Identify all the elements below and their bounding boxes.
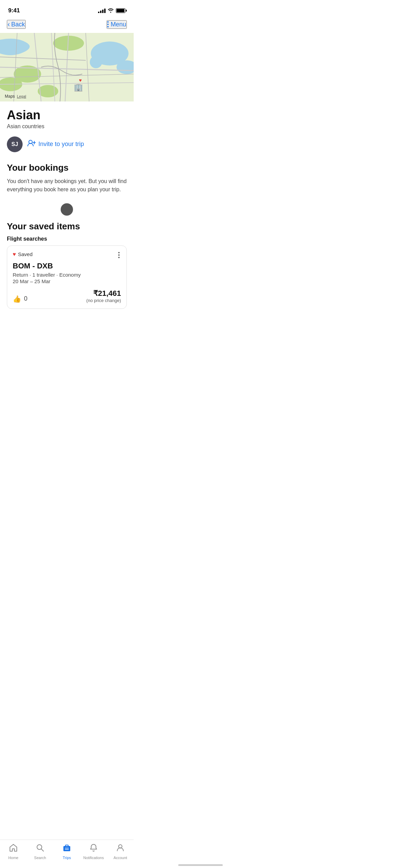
- bookings-section: Your bookings You don't have any booking…: [7, 162, 127, 194]
- map-pin: ♥ 🏢: [74, 80, 83, 92]
- three-dots-icon: [107, 21, 109, 27]
- price-value: ₹21,461: [86, 289, 121, 298]
- flight-dates: 20 Mar – 25 Mar: [13, 278, 121, 284]
- flight-details: Return · 1 traveller · Economy: [13, 272, 121, 278]
- card-header: ♥ Saved: [13, 251, 121, 259]
- price-block: ₹21,461 (no price change): [86, 289, 121, 303]
- legal-link[interactable]: Legal: [17, 94, 26, 98]
- invite-label: Invite to your trip: [38, 141, 84, 148]
- bookings-title: Your bookings: [7, 162, 127, 173]
- back-label: Back: [11, 21, 25, 28]
- card-footer: 👍 0 ₹21,461 (no price change): [13, 289, 121, 303]
- flight-searches-label: Flight searches: [7, 236, 127, 242]
- nav-bar: ‹ Back Menu: [0, 16, 134, 33]
- saved-badge: ♥ Saved: [13, 251, 33, 257]
- saved-items-section: Your saved items Flight searches ♥ Saved…: [0, 221, 134, 309]
- scroll-indicator: [7, 203, 127, 216]
- maps-label: Maps: [5, 94, 15, 99]
- scroll-dot: [61, 203, 73, 216]
- status-time: 9:41: [8, 7, 20, 14]
- trip-title: Asian: [7, 108, 127, 122]
- likes-number: 0: [24, 295, 27, 302]
- map-view[interactable]: ♥ 🏢 Maps Legal: [0, 33, 134, 101]
- flight-card[interactable]: ♥ Saved BOM - DXB Return · 1 traveller ·…: [7, 245, 127, 309]
- back-button[interactable]: ‹ Back: [7, 20, 26, 29]
- menu-label: Menu: [111, 21, 126, 28]
- add-person-icon: [27, 140, 36, 148]
- bookings-description: You don't have any bookings yet. But you…: [7, 177, 127, 194]
- signal-bars-icon: [98, 9, 106, 13]
- status-bar: 9:41: [0, 0, 134, 16]
- likes-count: 👍 0: [13, 295, 27, 303]
- battery-icon: [116, 8, 125, 13]
- price-change: (no price change): [86, 298, 121, 303]
- svg-point-3: [90, 56, 102, 68]
- avatar: SJ: [7, 136, 23, 152]
- saved-items-title: Your saved items: [7, 221, 127, 232]
- invite-to-trip-button[interactable]: Invite to your trip: [27, 140, 84, 148]
- trip-subtitle: Asian countries: [7, 123, 127, 130]
- wifi-icon: [108, 8, 114, 14]
- main-content: Asian Asian countries SJ Invite to your …: [0, 101, 134, 216]
- menu-button[interactable]: Menu: [107, 20, 127, 29]
- thumbs-up-icon: 👍: [13, 295, 21, 303]
- chevron-left-icon: ‹: [8, 20, 10, 28]
- map-branding: Maps Legal: [3, 94, 26, 99]
- invite-row: SJ Invite to your trip: [7, 136, 127, 152]
- apple-maps-logo: Maps: [3, 94, 15, 99]
- heart-icon: ♥: [13, 251, 16, 257]
- flight-route: BOM - DXB: [13, 262, 121, 270]
- status-icons: [98, 8, 125, 14]
- card-menu-button[interactable]: [117, 251, 121, 259]
- saved-label: Saved: [18, 251, 33, 257]
